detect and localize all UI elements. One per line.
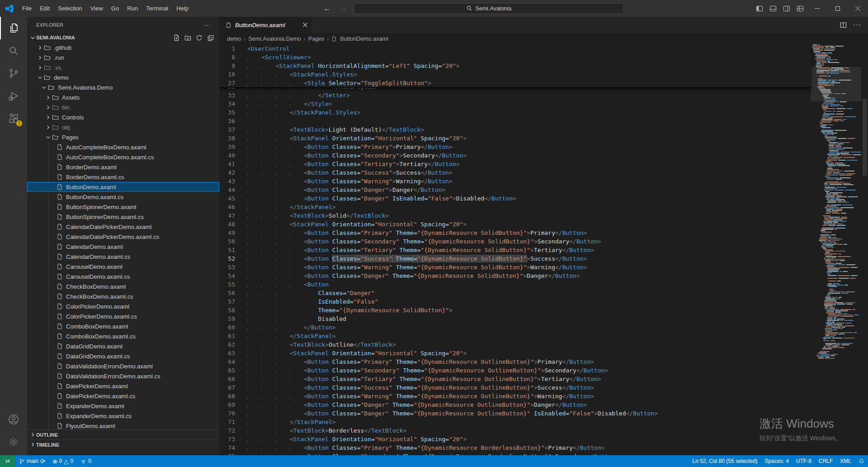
toggle-secondary-sidebar-icon[interactable] bbox=[780, 0, 793, 17]
ports-status[interactable]: 0 bbox=[77, 455, 95, 467]
close-window-button[interactable] bbox=[848, 0, 868, 17]
code-line-70[interactable]: 70<Button Classes="Danger" Theme="{Dynam… bbox=[219, 409, 811, 418]
breadcrumb-item[interactable]: Semi.Avalonia.Demo bbox=[248, 36, 301, 42]
tree-file-datepickerdemo.axaml.cs[interactable]: DatePickerDemo.axaml.cs bbox=[27, 391, 219, 401]
new-file-icon[interactable] bbox=[173, 34, 180, 41]
tree-folder-.github[interactable]: .github bbox=[27, 43, 219, 52]
language-mode-status[interactable]: XML bbox=[836, 455, 855, 467]
tree-file-datepickerdemo.axaml[interactable]: DatePickerDemo.axaml bbox=[27, 381, 219, 391]
code-line-68[interactable]: 68<Button Classes="Warning" Theme="{Dyna… bbox=[219, 392, 811, 400]
menu-go[interactable]: Go bbox=[107, 0, 123, 17]
minimap[interactable] bbox=[811, 44, 861, 455]
tree-file-autocompleteboxdemo.axaml.cs[interactable]: AutoCompleteBoxDemo.axaml.cs bbox=[27, 152, 219, 162]
chevron-right-icon[interactable] bbox=[44, 115, 52, 120]
code-line-8[interactable]: 8<ScrollViewer> bbox=[219, 53, 811, 62]
tree-folder-bin[interactable]: bin bbox=[27, 102, 219, 112]
encoding-status[interactable]: UTF-8 bbox=[793, 455, 815, 467]
explorer-more-actions-icon[interactable]: ··· bbox=[203, 21, 211, 29]
breadcrumb-item[interactable]: demo bbox=[227, 36, 241, 42]
problems-status[interactable]: ⊗ 0 △ 0 bbox=[49, 455, 77, 467]
code-line-9[interactable]: 9<StackPanel HorizontalAlignment="Left" … bbox=[219, 62, 811, 70]
command-center-search[interactable]: Semi.Avalonia bbox=[354, 3, 624, 14]
code-line-36[interactable]: 36 bbox=[219, 117, 811, 125]
code-line-57[interactable]: 57IsEnabled="False" bbox=[219, 297, 811, 306]
code-line-27[interactable]: 27<Style Selector="ToggleSplitButton"> bbox=[219, 79, 811, 87]
code-line-10[interactable]: 10<StackPanel.Styles> bbox=[219, 70, 811, 79]
code-line-1[interactable]: 1<UserControl bbox=[219, 44, 811, 53]
code-line-44[interactable]: 44<Button Classes="Danger">Danger</Butto… bbox=[219, 186, 811, 194]
chevron-right-icon[interactable] bbox=[44, 125, 52, 130]
breadcrumb-item[interactable]: Pages bbox=[308, 36, 324, 42]
tree-file-carouseldemo.axaml.cs[interactable]: CarouselDemo.axaml.cs bbox=[27, 272, 219, 281]
menu-view[interactable]: View bbox=[86, 0, 107, 17]
chevron-right-icon[interactable] bbox=[36, 65, 43, 70]
code-line-56[interactable]: 56Classes="Danger" bbox=[219, 289, 811, 297]
chevron-down-icon[interactable] bbox=[36, 75, 43, 80]
activity-source-control-icon[interactable] bbox=[0, 62, 27, 85]
tree-file-calendardemo.axaml.cs[interactable]: CalendarDemo.axaml.cs bbox=[27, 252, 219, 262]
tree-file-datavalidationerrorsdemo.axaml.cs[interactable]: DataValidationErrorsDemo.axaml.cs bbox=[27, 371, 219, 381]
code-line-33[interactable]: 33</Setter> bbox=[219, 91, 811, 100]
activity-run-debug-icon[interactable] bbox=[0, 85, 27, 107]
tree-file-autocompleteboxdemo.axaml[interactable]: AutoCompleteBoxDemo.axaml bbox=[27, 142, 219, 152]
refresh-icon[interactable] bbox=[196, 34, 203, 41]
menu-terminal[interactable]: Terminal bbox=[142, 0, 172, 17]
tree-file-expanderdemo.axaml.cs[interactable]: ExpanderDemo.axaml.cs bbox=[27, 411, 219, 421]
account-icon[interactable] bbox=[0, 408, 27, 431]
code-line-73[interactable]: 73<StackPanel Orientation="Horizontal" S… bbox=[219, 435, 811, 443]
indentation-status[interactable]: Spaces: 4 bbox=[761, 455, 793, 467]
code-line-41[interactable]: 41<Button Classes="Tertiary">Tertiary</B… bbox=[219, 160, 811, 168]
code-line-43[interactable]: 43<Button Classes="Warning">Warning</But… bbox=[219, 177, 811, 186]
breadcrumb-item[interactable]: ButtonDemo.axaml bbox=[340, 36, 388, 42]
code-line-71[interactable]: 71</StackPanel> bbox=[219, 418, 811, 426]
code-line-50[interactable]: 50<Button Classes="Secondary" Theme="{Dy… bbox=[219, 237, 811, 246]
code-line-69[interactable]: 69<Button Classes="Danger" Theme="{Dynam… bbox=[219, 400, 811, 409]
code-line-53[interactable]: 53<Button Classes="Warning" Theme="{Dyna… bbox=[219, 263, 811, 272]
code-line-37[interactable]: 37<TextBlock>Light (Default)</TextBlock> bbox=[219, 125, 811, 134]
tab-buttondemo[interactable]: ButtonDemo.axaml bbox=[219, 17, 312, 33]
code-line-61[interactable]: 61</StackPanel> bbox=[219, 332, 811, 340]
tree-file-checkboxdemo.axaml[interactable]: CheckBoxDemo.axaml bbox=[27, 281, 219, 291]
code-line-42[interactable]: 42<Button Classes="Success">Success</But… bbox=[219, 168, 811, 177]
editor-scrollbar-thumb[interactable] bbox=[863, 99, 867, 176]
timeline-panel-header[interactable]: TIMELINE bbox=[27, 439, 219, 449]
code-line-49[interactable]: 49<Button Classes="Primary" Theme="{Dyna… bbox=[219, 229, 811, 237]
code-line-39[interactable]: 39<Button Classes="Primary">Primary</But… bbox=[219, 143, 811, 151]
settings-gear-icon[interactable] bbox=[0, 431, 27, 453]
code-line-52[interactable]: 52<Button Classes="Success" Theme="{Dyna… bbox=[219, 254, 811, 263]
notifications-bell-icon[interactable] bbox=[855, 455, 868, 467]
tree-file-borderdemo.axaml.cs[interactable]: BorderDemo.axaml.cs bbox=[27, 172, 219, 182]
code-line-60[interactable]: 60</Button> bbox=[219, 323, 811, 332]
tree-file-calendardatepickerdemo.axaml[interactable]: CalendarDatePickerDemo.axaml bbox=[27, 222, 219, 232]
project-section-header[interactable]: SEMI.AVALONIA bbox=[27, 33, 219, 43]
code-line-75[interactable]: 75<Button Classes="Secondary" Theme="{Dy… bbox=[219, 452, 811, 455]
tree-file-borderdemo.axaml[interactable]: BorderDemo.axaml bbox=[27, 162, 219, 172]
split-editor-icon[interactable] bbox=[840, 22, 847, 29]
tab-close-icon[interactable] bbox=[303, 23, 307, 27]
code-line-65[interactable]: 65<Button Classes="Secondary" Theme="{Dy… bbox=[219, 366, 811, 375]
tree-file-colorpickerdemo.axaml[interactable]: ColorPickerDemo.axaml bbox=[27, 301, 219, 311]
tree-file-datagriddemo.axaml.cs[interactable]: DataGridDemo.axaml.cs bbox=[27, 351, 219, 361]
maximize-button[interactable] bbox=[827, 0, 848, 17]
code-line-74[interactable]: 74<Button Classes="Primary" Theme="{Dyna… bbox=[219, 443, 811, 452]
tree-file-comboboxdemo.axaml.cs[interactable]: ComboBoxDemo.axaml.cs bbox=[27, 331, 219, 341]
tree-file-checkboxdemo.axaml.cs[interactable]: CheckBoxDemo.axaml.cs bbox=[27, 291, 219, 301]
code-area[interactable]: 32</MenuFlyout>33</Setter>34</Style>35</… bbox=[219, 44, 868, 455]
chevron-down-icon[interactable] bbox=[44, 135, 52, 140]
code-line-67[interactable]: 67<Button Classes="Success" Theme="{Dyna… bbox=[219, 383, 811, 392]
toggle-sidebar-icon[interactable] bbox=[753, 0, 766, 17]
code-line-47[interactable]: 47<TextBlock>Solid</TextBlock> bbox=[219, 211, 811, 220]
code-line-58[interactable]: 58Theme="{DynamicResource SolidButton}"> bbox=[219, 306, 811, 315]
outline-panel-header[interactable]: OUTLINE bbox=[27, 429, 219, 439]
chevron-right-icon[interactable] bbox=[36, 55, 43, 60]
chevron-down-icon[interactable] bbox=[40, 85, 47, 90]
chevron-right-icon[interactable] bbox=[44, 105, 52, 110]
code-line-35[interactable]: 35</StackPanel.Styles> bbox=[219, 108, 811, 117]
code-line-34[interactable]: 34</Style> bbox=[219, 100, 811, 108]
collapse-folders-icon[interactable] bbox=[207, 34, 214, 41]
chevron-right-icon[interactable] bbox=[36, 45, 43, 50]
code-line-62[interactable]: 62<TextBlock>Outline</TextBlock> bbox=[219, 340, 811, 349]
activity-explorer-icon[interactable] bbox=[0, 17, 27, 39]
menu-help[interactable]: Help bbox=[172, 0, 193, 17]
tree-file-buttondemo.axaml.cs[interactable]: ButtonDemo.axaml.cs bbox=[27, 192, 219, 202]
